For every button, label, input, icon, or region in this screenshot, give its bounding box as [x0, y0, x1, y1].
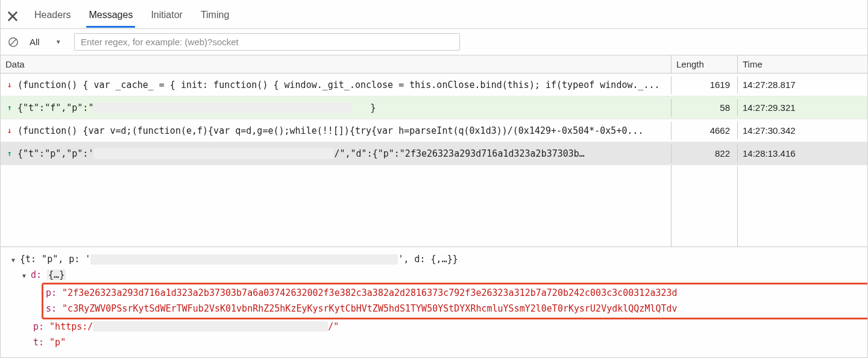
table-filler — [1, 165, 867, 247]
tab-headers[interactable]: Headers — [32, 5, 73, 28]
chevron-down-icon: ▼ — [55, 39, 61, 45]
filter-select-label: All — [30, 37, 40, 47]
message-time: 14:28:13.416 — [738, 145, 867, 162]
column-header-data[interactable]: Data — [1, 55, 671, 73]
message-length: 58 — [671, 99, 738, 116]
arrow-up-icon: ↑ — [5, 149, 14, 158]
tab-messages[interactable]: Messages — [86, 5, 135, 28]
arrow-up-icon: ↑ — [5, 103, 14, 112]
message-length: 4662 — [671, 122, 738, 139]
message-length: 1619 — [671, 76, 738, 93]
devtools-network-panel: Headers Messages Initiator Timing All ▼ … — [0, 0, 868, 358]
message-text: (function() { var _cache_ = { init: func… — [17, 80, 666, 90]
regex-filter-input[interactable] — [74, 33, 460, 51]
table-row[interactable]: ↓ (function() {var v=d;(function(e,f){va… — [1, 119, 867, 142]
message-text: {"t":"p","p":'x/","d":{"p":"2f3e26323a29… — [17, 148, 666, 159]
highlight-annotation: p: "2f3e26323a293d716a1d323a2b37303b7a6a… — [42, 283, 867, 319]
tab-timing[interactable]: Timing — [198, 5, 231, 28]
arrow-down-icon: ↓ — [5, 80, 14, 89]
expand-toggle-icon[interactable]: ▼ — [11, 255, 20, 265]
detail-tabs: Headers Messages Initiator Timing — [1, 0, 867, 29]
tab-initiator[interactable]: Initiator — [148, 5, 184, 28]
message-detail-tree: ▼{t: "p", p: '', d: {,…}} ▼d: {…} p: "2f… — [1, 247, 867, 357]
column-header-time[interactable]: Time — [738, 55, 867, 73]
column-header-length[interactable]: Length — [671, 55, 738, 73]
arrow-down-icon: ↓ — [5, 126, 14, 135]
message-time: 14:27:28.817 — [738, 76, 867, 93]
message-time: 14:27:29.321 — [738, 99, 867, 116]
clear-icon[interactable] — [7, 36, 20, 49]
message-time: 14:27:30.342 — [738, 122, 867, 139]
table-row[interactable]: ↑ {"t":"f","p":"x} 58 14:27:29.321 — [1, 96, 867, 119]
svg-line-1 — [10, 39, 16, 45]
tree-row[interactable]: p: "https://" — [33, 319, 860, 335]
tree-row[interactable]: ▼{t: "p", p: '', d: {,…}} — [11, 252, 860, 268]
expand-toggle-icon[interactable]: ▼ — [22, 271, 31, 281]
message-length: 822 — [671, 145, 738, 162]
messages-table-header: Data Length Time — [1, 55, 867, 74]
tree-row[interactable]: ▼d: {…} — [22, 268, 860, 283]
tree-row[interactable]: p: "2f3e26323a293d716a1d323a2b37303b7a6a… — [46, 286, 867, 301]
message-text: {"t":"f","p":"x} — [17, 102, 666, 113]
messages-table-body: ↓ (function() { var _cache_ = { init: fu… — [1, 74, 867, 165]
tree-row[interactable]: t: "p" — [33, 335, 860, 351]
close-icon[interactable] — [7, 10, 19, 22]
message-text: (function() {var v=d;(function(e,f){var … — [17, 125, 666, 136]
table-row[interactable]: ↓ (function() { var _cache_ = { init: fu… — [1, 74, 867, 96]
table-row[interactable]: ↑ {"t":"p","p":'x/","d":{"p":"2f3e26323a… — [1, 142, 867, 165]
messages-toolbar: All ▼ — [1, 29, 867, 55]
tree-row[interactable]: s: "c3RyZWV0PSsrKytSdWErTWFub2VsK01vbnRh… — [46, 301, 867, 317]
filter-select[interactable]: All ▼ — [26, 36, 68, 48]
